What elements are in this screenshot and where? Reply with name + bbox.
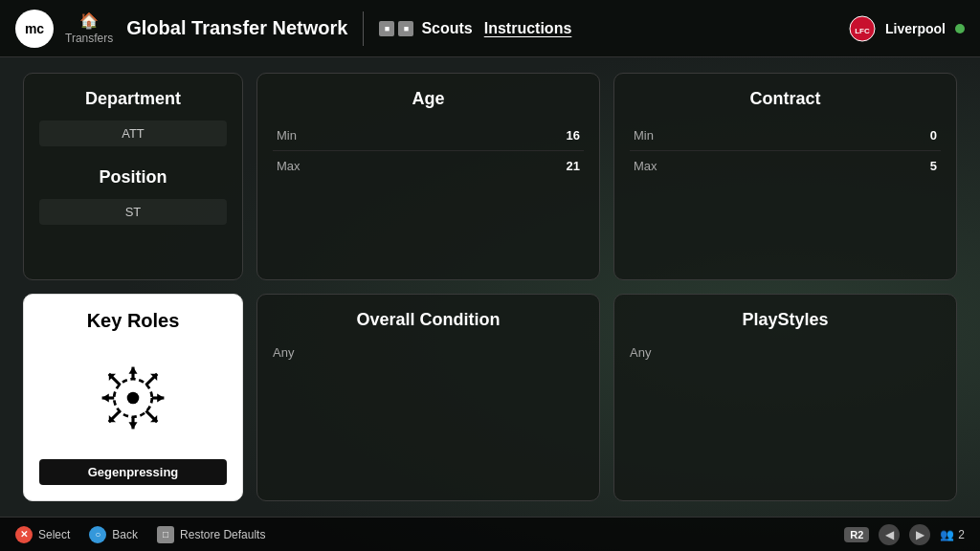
contract-card: Contract Min 0 Max 5 — [613, 73, 957, 280]
nav-icons-group: ■ ■ — [379, 21, 413, 36]
club-badge-icon: LFC — [849, 15, 876, 42]
top-cards-row: Department ATT Position ST Age Min 16 Ma… — [23, 73, 957, 280]
gegenpressing-icon — [90, 355, 176, 441]
app-container: mc 🏠 Transfers Global Transfer Network ■… — [0, 0, 980, 551]
svg-marker-19 — [129, 422, 138, 429]
contract-min-row: Min 0 — [630, 121, 941, 151]
age-card: Age Min 16 Max 21 — [256, 73, 600, 280]
contract-min-label: Min — [634, 128, 654, 143]
age-title: Age — [273, 89, 584, 109]
contract-max-value[interactable]: 5 — [930, 159, 937, 173]
key-roles-icon — [90, 343, 176, 452]
key-roles-card[interactable]: Key Roles — [23, 294, 243, 501]
age-max-row: Max 21 — [273, 151, 584, 181]
nav-transfers[interactable]: 🏠 Transfers — [65, 11, 113, 45]
contract-min-value[interactable]: 0 — [930, 128, 937, 143]
age-min-label: Min — [277, 128, 297, 143]
transfers-icon: 🏠 — [79, 11, 99, 30]
top-nav: mc 🏠 Transfers Global Transfer Network ■… — [0, 0, 980, 57]
bottom-bar-right: R2 ◀ ▶ 👥 2 — [844, 524, 965, 545]
nav-scouts[interactable]: Scouts — [421, 20, 472, 37]
nav-global-transfer: Global Transfer Network — [126, 17, 347, 39]
svg-marker-15 — [157, 393, 164, 402]
bottom-cards-row: Key Roles — [23, 294, 957, 501]
o-button-icon: ○ — [89, 526, 106, 543]
select-button[interactable]: ✕ Select — [15, 526, 70, 543]
r2-badge: R2 — [844, 527, 869, 542]
scout-count: 👥 2 — [940, 528, 965, 541]
department-value[interactable]: ATT — [39, 121, 227, 146]
playstyles-title: PlayStyles — [630, 310, 941, 330]
nav-right-arrow[interactable]: ▶ — [909, 524, 930, 545]
playstyles-card: PlayStyles Any — [613, 294, 957, 501]
main-content: Department ATT Position ST Age Min 16 Ma… — [0, 57, 980, 517]
nav-instructions[interactable]: Instructions — [484, 20, 572, 37]
overall-condition-title: Overall Condition — [273, 310, 584, 330]
app-logo: mc — [15, 10, 54, 48]
nav-icon-2: ■ — [398, 21, 413, 36]
nav-right: LFC Liverpool — [849, 15, 965, 42]
svg-marker-17 — [129, 366, 138, 373]
nav-left-arrow[interactable]: ◀ — [879, 524, 900, 545]
gegenpressing-badge: Gegenpressing — [39, 459, 227, 485]
contract-max-label: Max — [634, 159, 657, 173]
age-min-value[interactable]: 16 — [567, 128, 580, 143]
svg-text:LFC: LFC — [855, 27, 870, 35]
scout-icon: 👥 — [940, 528, 954, 541]
bottom-bar: ✕ Select ○ Back □ Restore Defaults R2 ◀ … — [0, 517, 980, 551]
contract-title: Contract — [630, 89, 941, 109]
club-status-dot — [955, 24, 965, 33]
department-title: Department — [39, 89, 227, 109]
position-title: Position — [39, 167, 227, 187]
nav-divider — [363, 11, 364, 46]
svg-point-2 — [127, 391, 140, 404]
age-max-label: Max — [277, 159, 301, 173]
age-min-row: Min 16 — [273, 121, 584, 151]
back-button[interactable]: ○ Back — [89, 526, 138, 543]
svg-marker-13 — [102, 393, 109, 402]
contract-max-row: Max 5 — [630, 151, 941, 181]
restore-defaults-button[interactable]: □ Restore Defaults — [157, 526, 265, 543]
overall-condition-value[interactable]: Any — [273, 345, 584, 360]
overall-condition-card: Overall Condition Any — [256, 294, 600, 501]
position-value[interactable]: ST — [39, 199, 227, 225]
square-button-icon: □ — [157, 526, 174, 543]
club-name: Liverpool — [885, 21, 946, 36]
age-max-value[interactable]: 21 — [567, 159, 580, 173]
x-button-icon: ✕ — [15, 526, 33, 543]
playstyles-value[interactable]: Any — [630, 345, 941, 360]
nav-icon-1: ■ — [379, 21, 394, 36]
key-roles-title: Key Roles — [87, 310, 180, 332]
bottom-bar-left: ✕ Select ○ Back □ Restore Defaults — [15, 526, 265, 543]
department-card: Department ATT Position ST — [23, 73, 243, 280]
